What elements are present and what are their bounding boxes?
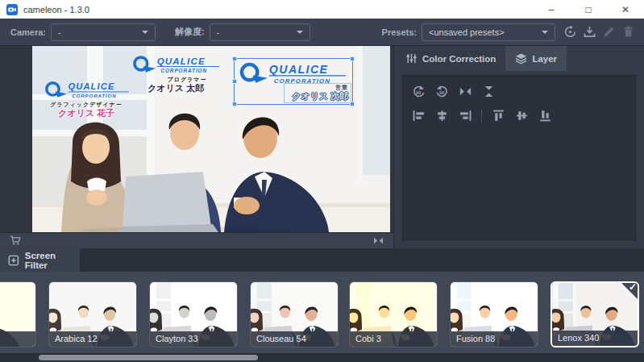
align-bottom-icon [538,109,552,123]
align-middle-vertical-button[interactable] [513,106,530,124]
overlay-role: グラフィックデザイナー [42,101,131,108]
selection-handle[interactable] [350,56,355,61]
overlay-name: クオリス 花子 [42,108,131,119]
selection-handle[interactable] [232,79,237,84]
add-image-icon [8,255,19,266]
window-title: cameleon - 1.3.0 [23,5,89,15]
chevron-down-icon [142,31,148,34]
preview-area: グラフィックデザイナー クオリス 花子 プログラマー クオリス 太郎 営業 クオ… [0,46,393,232]
filter-header: Screen Filter [0,248,644,272]
name-overlay-taro[interactable]: プログラマー クオリス 太郎 [129,54,222,94]
filter-card-clouseau[interactable]: Clouseau 54 [250,281,339,347]
rotate-ccw-90-button[interactable]: 90 [433,82,451,100]
flip-vertical-button[interactable] [480,82,497,100]
filter-label: Clayton 33 [150,331,237,347]
svg-text:90: 90 [416,89,421,94]
camera-label: Camera: [10,27,46,37]
camera-select[interactable]: - [51,23,156,41]
right-panel: Color Correction Layer 90 [393,46,644,248]
selection-handle[interactable] [232,102,237,106]
align-center-horizontal-button[interactable] [433,106,451,124]
tab-label: Layer [532,54,557,64]
delete-preset-button[interactable] [618,23,638,42]
selection-handle[interactable] [350,102,355,106]
flip-vertical-icon [482,85,496,98]
video-preview[interactable]: グラフィックデザイナー クオリス 花子 プログラマー クオリス 太郎 営業 クオ… [32,46,390,232]
trash-icon [621,25,635,39]
align-top-button[interactable] [489,106,507,124]
presets-label: Presets: [382,27,417,37]
cart-button[interactable] [6,231,25,251]
resolution-value: - [217,27,292,37]
rotate-cw-90-button[interactable]: 90 [409,82,427,100]
selection-handle[interactable] [232,56,237,61]
align-right-button[interactable] [456,106,474,124]
cart-icon [10,235,22,247]
name-overlay-hanako[interactable]: グラフィックデザイナー クオリス 花子 [42,80,131,119]
filter-tab-label: Screen Filter [25,251,80,270]
filter-label: Fusion 88 [451,331,538,347]
filter-card-lenox-selected[interactable]: Lenox 340 ✓ [551,281,639,347]
align-left-button[interactable] [409,106,427,124]
panel-tabs: Color Correction Layer [394,46,644,71]
edit-preset-button[interactable] [599,23,618,42]
close-button[interactable]: ✕ [607,0,644,19]
chevron-down-icon [297,31,303,34]
maximize-button[interactable]: □ [570,0,607,19]
tab-label: Color Correction [422,54,496,64]
check-icon: ✓ [629,282,637,292]
align-bottom-button[interactable] [536,106,554,124]
presets-value: <unsaved presets> [429,27,537,37]
filter-scrollbar-track[interactable] [0,353,644,362]
rotate-cw-icon: 90 [412,85,426,98]
align-right-icon [459,109,472,123]
layers-icon [515,52,527,64]
filter-strip: Arabica 12 Clayton 33 Clouseau 54 Cobi 3… [0,272,644,353]
pencil-icon [602,25,616,39]
filter-label: Clouseau 54 [251,331,338,347]
filter-label: Lenox 340 [552,331,638,346]
svg-text:90: 90 [439,89,444,94]
sliders-icon [405,52,418,64]
flip-horizontal-icon [459,85,472,98]
flip-horizontal-icon [372,235,384,247]
reset-preset-button[interactable] [560,23,580,42]
tab-screen-filter[interactable]: Screen Filter [0,248,80,272]
filter-label [0,331,35,347]
overlay-name: クオリス 太郎 [129,83,222,94]
filter-card-arabica[interactable]: Arabica 12 [48,281,137,347]
qualice-logo [131,54,222,76]
filter-label: Arabica 12 [49,331,136,347]
mirror-button[interactable] [368,231,388,251]
layer-panel-body: 90 90 [402,75,636,240]
filter-card-cobi[interactable]: Cobi 3 [349,281,438,347]
camera-value: - [58,27,137,37]
save-icon [583,25,596,39]
qualice-logo [44,80,130,101]
overlay-textbox: 営業 クオリス 次郎 [284,83,351,103]
tab-layer[interactable]: Layer [505,46,567,71]
filter-card-clayton[interactable]: Clayton 33 [149,281,238,347]
overlay-role: プログラマー [129,76,222,83]
top-toolbar: Camera: - 解像度: - Presets: <unsaved prese… [0,19,644,46]
toolbar-divider [481,110,482,122]
name-overlay-jiro-selected[interactable]: 営業 クオリス 次郎 [234,58,353,105]
rotate-ccw-icon: 90 [435,85,449,98]
preview-statusbar [0,232,393,248]
presets-select[interactable]: <unsaved presets> [422,23,555,41]
align-middle-vertical-icon [515,109,529,123]
chevron-down-icon [542,31,548,34]
minimize-button[interactable]: – [533,0,570,19]
filter-scrollbar-thumb[interactable] [39,355,258,360]
align-center-horizontal-icon [435,109,449,123]
align-left-icon [412,109,426,123]
resolution-label: 解像度: [175,26,205,38]
resolution-select[interactable]: - [210,23,310,41]
tab-color-correction[interactable]: Color Correction [396,46,505,71]
filter-card-fusion[interactable]: Fusion 88 [450,281,538,347]
filter-card-partial[interactable] [0,281,36,347]
overlay-name: クオリス 次郎 [285,91,348,102]
flip-horizontal-button[interactable] [456,82,474,100]
app-window: cameleon - 1.3.0 – □ ✕ Camera: - 解像度: - … [0,0,644,362]
save-preset-button[interactable] [580,23,599,42]
